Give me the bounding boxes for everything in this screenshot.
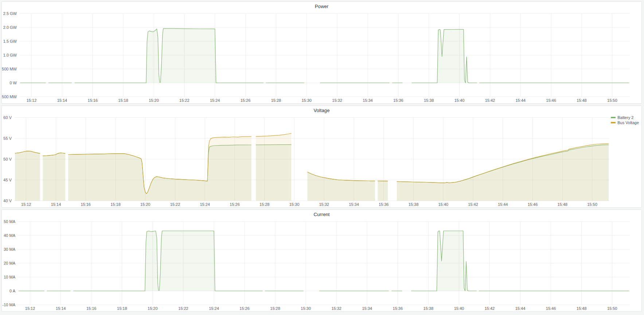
x-tick-label: 15:22 bbox=[179, 98, 190, 103]
x-tick-label: 15:24 bbox=[210, 98, 220, 103]
x-tick-label: 15:36 bbox=[379, 202, 389, 207]
x-tick-label: 15:28 bbox=[270, 306, 280, 311]
x-tick-label: 15:16 bbox=[81, 202, 91, 207]
legend-label: Bus Voltage bbox=[617, 120, 639, 125]
x-tick-label: 15:12 bbox=[25, 306, 35, 311]
x-tick-label: 15:14 bbox=[51, 202, 61, 207]
voltage-panel: Voltage 60 V55 V50 V45 V40 V15:1215:1415… bbox=[1, 105, 642, 208]
y-tick-label: 0 W bbox=[9, 81, 17, 85]
y-tick-label: 10 MA bbox=[4, 275, 15, 279]
y-tick-label: 500 MW bbox=[2, 67, 17, 71]
x-tick-label: 15:32 bbox=[331, 306, 341, 311]
series-line bbox=[20, 28, 629, 83]
x-tick-label: 15:38 bbox=[424, 98, 434, 103]
x-tick-label: 15:46 bbox=[546, 306, 556, 311]
voltage-chart-plot[interactable]: 60 V55 V50 V45 V40 V15:1215:1415:1615:18… bbox=[2, 106, 641, 207]
x-tick-label: 15:16 bbox=[86, 306, 97, 311]
voltage-legend: Battery 2 Bus Voltage bbox=[611, 115, 639, 125]
x-tick-label: 15:42 bbox=[485, 98, 495, 103]
x-tick-label: 15:40 bbox=[454, 98, 465, 103]
y-tick-label: 1.5 GW bbox=[3, 39, 17, 43]
legend-item-bus-voltage[interactable]: Bus Voltage bbox=[611, 120, 639, 125]
x-tick-label: 15:12 bbox=[21, 202, 31, 207]
x-tick-label: 15:24 bbox=[200, 202, 210, 207]
power-panel: Power 2.5 GW2.0 GW1.5 GW1.0 GW500 MW0 W-… bbox=[1, 1, 642, 104]
x-tick-label: 15:42 bbox=[485, 306, 495, 311]
x-tick-label: 15:46 bbox=[546, 98, 556, 103]
x-tick-label: 15:48 bbox=[557, 202, 567, 207]
x-tick-label: 15:26 bbox=[241, 98, 251, 103]
x-tick-label: 15:48 bbox=[577, 98, 587, 103]
y-tick-label: 60 V bbox=[3, 115, 12, 120]
y-tick-label: 50 V bbox=[3, 157, 12, 161]
x-tick-label: 15:50 bbox=[607, 306, 617, 311]
legend-item-battery-2[interactable]: Battery 2 bbox=[611, 115, 639, 120]
x-tick-label: 15:30 bbox=[301, 306, 311, 311]
x-tick-label: 15:34 bbox=[349, 202, 359, 207]
x-tick-label: 15:42 bbox=[468, 202, 478, 207]
x-tick-label: 15:24 bbox=[209, 306, 219, 311]
series-area bbox=[19, 231, 629, 291]
x-tick-label: 15:18 bbox=[110, 202, 121, 207]
x-tick-label: 15:38 bbox=[424, 306, 434, 311]
bus-voltage-series-swatch-icon bbox=[611, 122, 616, 123]
x-tick-label: 15:14 bbox=[56, 306, 66, 311]
y-tick-label: 2.5 GW bbox=[3, 11, 17, 16]
y-tick-label: 40 V bbox=[3, 199, 12, 203]
x-tick-label: 15:46 bbox=[528, 202, 538, 207]
y-tick-label: 0 A bbox=[9, 289, 16, 293]
x-tick-label: 15:38 bbox=[409, 202, 419, 207]
x-tick-label: 15:32 bbox=[332, 98, 342, 103]
x-tick-label: 15:30 bbox=[301, 98, 312, 103]
x-tick-label: 15:36 bbox=[393, 306, 403, 311]
y-tick-label: 45 V bbox=[3, 178, 12, 182]
x-tick-label: 15:14 bbox=[57, 98, 67, 103]
x-tick-label: 15:28 bbox=[271, 98, 281, 103]
y-tick-label: 55 V bbox=[3, 136, 12, 141]
x-tick-label: 15:22 bbox=[170, 202, 180, 207]
y-tick-label: 30 MA bbox=[4, 247, 15, 251]
x-tick-label: 15:32 bbox=[319, 202, 329, 207]
x-tick-label: 15:20 bbox=[149, 98, 159, 103]
x-tick-label: 15:44 bbox=[515, 98, 526, 103]
legend-label: Battery 2 bbox=[617, 115, 633, 120]
series-area bbox=[20, 28, 629, 83]
battery-2-series-swatch-icon bbox=[611, 117, 616, 118]
x-tick-label: 15:16 bbox=[88, 98, 98, 103]
current-chart-plot[interactable]: 50 MA40 MA30 MA20 MA10 MA0 A-10 MA15:121… bbox=[2, 210, 641, 311]
y-tick-label: -500 MW bbox=[2, 95, 17, 99]
y-tick-label: 50 MA bbox=[4, 219, 15, 224]
x-tick-label: 15:50 bbox=[607, 98, 617, 103]
current-panel: Current 50 MA40 MA30 MA20 MA10 MA0 A-10 … bbox=[1, 210, 642, 312]
power-chart-plot[interactable]: 2.5 GW2.0 GW1.5 GW1.0 GW500 MW0 W-500 MW… bbox=[2, 2, 641, 103]
dashboard: Power 2.5 GW2.0 GW1.5 GW1.0 GW500 MW0 W-… bbox=[0, 0, 644, 313]
y-tick-label: -10 MA bbox=[3, 303, 16, 307]
y-tick-label: 20 MA bbox=[4, 261, 15, 265]
x-tick-label: 15:34 bbox=[362, 306, 372, 311]
x-tick-label: 15:26 bbox=[239, 306, 250, 311]
x-tick-label: 15:44 bbox=[515, 306, 526, 311]
x-tick-label: 15:28 bbox=[259, 202, 270, 207]
y-tick-label: 40 MA bbox=[4, 233, 15, 238]
y-tick-label: 1.0 GW bbox=[3, 53, 17, 57]
y-tick-label: 2.0 GW bbox=[3, 25, 17, 30]
series-line bbox=[19, 231, 629, 291]
x-tick-label: 15:18 bbox=[118, 98, 128, 103]
x-tick-label: 15:36 bbox=[393, 98, 403, 103]
x-tick-label: 15:12 bbox=[27, 98, 37, 103]
x-tick-label: 15:34 bbox=[363, 98, 373, 103]
x-tick-label: 15:26 bbox=[230, 202, 240, 207]
series-area bbox=[15, 133, 609, 201]
x-tick-label: 15:48 bbox=[577, 306, 587, 311]
x-tick-label: 15:40 bbox=[454, 306, 464, 311]
x-tick-label: 15:30 bbox=[289, 202, 300, 207]
x-tick-label: 15:18 bbox=[117, 306, 127, 311]
x-tick-label: 15:20 bbox=[140, 202, 151, 207]
x-tick-label: 15:22 bbox=[178, 306, 188, 311]
x-tick-label: 15:44 bbox=[498, 202, 508, 207]
x-tick-label: 15:20 bbox=[148, 306, 158, 311]
x-tick-label: 15:40 bbox=[438, 202, 448, 207]
x-tick-label: 15:50 bbox=[587, 202, 597, 207]
